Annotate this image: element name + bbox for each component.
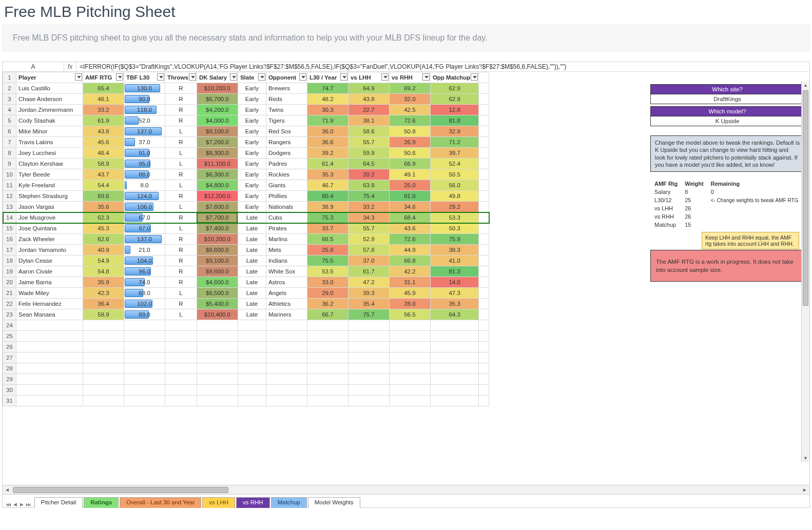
cell-slate[interactable]: Early <box>238 126 266 137</box>
row-number[interactable]: 30 <box>3 385 16 396</box>
row-number[interactable]: 27 <box>3 352 16 363</box>
table-row[interactable]: 5Cody Stashak61.952.0R$4,000.0EarlyTiger… <box>3 115 489 126</box>
cell-lhh[interactable]: 47.2 <box>348 277 389 288</box>
col-header[interactable]: TBF L30 <box>124 72 165 83</box>
cell-throws[interactable]: R <box>165 115 197 126</box>
table-row[interactable]: 3Chase Anderson46.190.0R$6,700.0EarlyRed… <box>3 94 489 105</box>
table-row[interactable]: 18Dylan Cease54.9104.0R$9,100.0LateIndia… <box>3 256 489 266</box>
cell-match[interactable]: 41.0 <box>430 256 478 266</box>
cell-lhh[interactable]: 22.7 <box>348 105 389 115</box>
tab-next-icon[interactable]: ► <box>19 501 25 507</box>
cell-tbf[interactable]: 67.0 <box>124 212 165 223</box>
h-scroll-thumb[interactable] <box>13 487 228 493</box>
cell-player[interactable]: Sean Manaea <box>16 309 83 320</box>
cell-player[interactable]: Dylan Cease <box>16 256 83 266</box>
cell-rhh[interactable]: 42.2 <box>389 266 430 277</box>
row-number[interactable]: 17 <box>3 245 16 256</box>
cell-rhh[interactable]: 32.0 <box>389 94 430 105</box>
cell-match[interactable]: 52.4 <box>430 159 478 169</box>
cell-throws[interactable]: R <box>165 94 197 105</box>
scroll-thumb[interactable] <box>803 90 808 306</box>
row-number[interactable]: 19 <box>3 266 16 277</box>
cell-salary[interactable]: $4,200.0 <box>197 105 238 115</box>
cell-match[interactable]: 62.9 <box>430 83 478 94</box>
cell-l30[interactable]: 36.2 <box>307 299 348 309</box>
cell-rhh[interactable]: 66.9 <box>389 159 430 169</box>
cell-player[interactable]: Tyler Beede <box>16 169 83 180</box>
cell-salary[interactable]: $6,500.0 <box>197 288 238 299</box>
cell-player[interactable]: Jordan Zimmermann <box>16 105 83 115</box>
tab-first-icon[interactable]: ⏮ <box>6 501 11 507</box>
row-number[interactable]: 23 <box>3 309 16 320</box>
col-header[interactable]: vs RHH <box>389 72 430 83</box>
cell-rhh[interactable]: 50.8 <box>389 126 430 137</box>
cell-match[interactable]: 32.9 <box>430 126 478 137</box>
cell-lhh[interactable]: 38.1 <box>348 115 389 126</box>
table-row[interactable]: 19Aaron Civale54.896.0R$9,600.0LateWhite… <box>3 266 489 277</box>
cell-lhh[interactable]: 75.7 <box>348 309 389 320</box>
sheet-tab[interactable]: Pitcher Detail <box>34 497 83 508</box>
row-number[interactable]: 5 <box>3 115 16 126</box>
cell-amf[interactable]: 36.4 <box>83 299 124 309</box>
filter-dropdown-icon[interactable] <box>381 73 389 81</box>
cell-rhh[interactable]: 68.4 <box>389 212 430 223</box>
tab-prev-icon[interactable]: ◄ <box>12 501 18 507</box>
row-number[interactable]: 6 <box>3 126 16 137</box>
cell-l30[interactable]: 29.0 <box>307 288 348 299</box>
cell-tbf[interactable]: 91.0 <box>124 148 165 159</box>
cell-player[interactable]: Felix Hernandez <box>16 299 83 309</box>
cell-l30[interactable]: 48.2 <box>307 94 348 105</box>
cell-lhh[interactable]: 55.7 <box>348 223 389 234</box>
col-header[interactable]: Player <box>16 72 83 83</box>
formula-input[interactable]: =IFERROR(IF($Q$3="DraftKings",VLOOKUP(A1… <box>76 62 809 71</box>
table-row[interactable]: 2Luis Castillo65.4130.0R$10,200.0EarlyBr… <box>3 83 489 94</box>
cell-salary[interactable]: $8,600.0 <box>197 245 238 256</box>
cell-player[interactable]: Chase Anderson <box>16 94 83 105</box>
fx-icon[interactable]: fx <box>64 62 76 71</box>
cell-throws[interactable]: L <box>165 223 197 234</box>
sheet-tab[interactable]: Model Weights <box>308 497 360 508</box>
sheet-tab[interactable]: vs RHH <box>236 497 270 508</box>
cell-lhh[interactable]: 43.8 <box>348 94 389 105</box>
col-header[interactable]: Throws <box>165 72 197 83</box>
cell-lhh[interactable]: 39.3 <box>348 288 389 299</box>
tab-last-icon[interactable]: ⏭ <box>26 501 31 507</box>
table-row[interactable]: 8Joey Lucchesi46.491.0L$8,300.0EarlyDodg… <box>3 148 489 159</box>
cell-l30[interactable]: 39.2 <box>307 148 348 159</box>
cell-amf[interactable]: 45.3 <box>83 223 124 234</box>
col-header[interactable]: Opp Matchup <box>430 72 478 83</box>
cell-tbf[interactable]: 21.0 <box>124 245 165 256</box>
cell-player[interactable]: Joe Musgrove <box>16 212 83 223</box>
cell-player[interactable]: Clayton Kershaw <box>16 159 83 169</box>
cell-amf[interactable]: 69.6 <box>83 191 124 202</box>
cell-rhh[interactable]: 69.2 <box>389 83 430 94</box>
cell-amf[interactable]: 65.4 <box>83 83 124 94</box>
cell-opponent[interactable]: Mets <box>266 245 307 256</box>
row-number[interactable]: 2 <box>3 83 16 94</box>
cell-player[interactable]: Jordan Yamamoto <box>16 245 83 256</box>
cell-match[interactable]: 47.3 <box>430 288 478 299</box>
cell-match[interactable]: 49.8 <box>430 191 478 202</box>
cell-tbf[interactable]: 74.0 <box>124 277 165 288</box>
cell-l30[interactable]: 75.5 <box>307 256 348 266</box>
row-header[interactable]: 1 <box>3 72 16 83</box>
cell-amf[interactable]: 43.7 <box>83 169 124 180</box>
cell-lhh[interactable]: 58.6 <box>348 126 389 137</box>
table-row[interactable]: 13Jason Vargas35.6106.0L$7,600.0EarlyNat… <box>3 202 489 212</box>
cell-tbf[interactable]: 102.0 <box>124 299 165 309</box>
cell-salary[interactable]: $6,700.0 <box>197 94 238 105</box>
table-row[interactable]: 6Mike Minor43.8137.0L$9,100.0EarlyRed So… <box>3 126 489 137</box>
col-header[interactable]: DK Salary <box>197 72 238 83</box>
table-row[interactable]: 21Wade Miley42.368.0L$6,500.0LateAngels2… <box>3 288 489 299</box>
cell-opponent[interactable]: Dodgers <box>266 148 307 159</box>
table-row[interactable]: 20Jaime Barria35.974.0R$4,600.0LateAstro… <box>3 277 489 288</box>
cell-opponent[interactable]: Giants <box>266 180 307 191</box>
cell-slate[interactable]: Early <box>238 94 266 105</box>
table-row[interactable]: 23Sean Manaea58.989.0L$10,400.0LateMarin… <box>3 309 489 320</box>
cell-tbf[interactable]: 95.0 <box>124 159 165 169</box>
cell-slate[interactable]: Late <box>238 234 266 245</box>
cell-opponent[interactable]: Indians <box>266 256 307 266</box>
filter-dropdown-icon[interactable] <box>471 73 478 81</box>
cell-rhh[interactable]: 25.0 <box>389 180 430 191</box>
cell-player[interactable]: Travis Lakins <box>16 137 83 148</box>
